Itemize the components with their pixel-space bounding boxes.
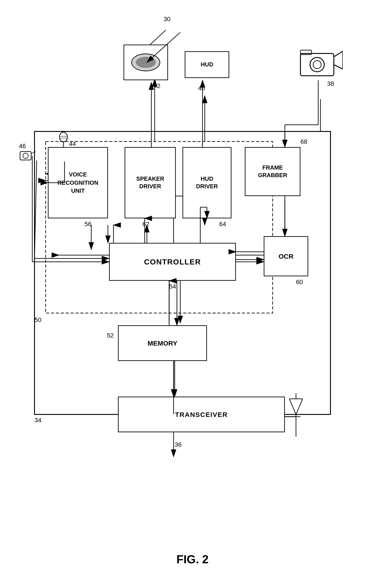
ref-34: 34 — [35, 417, 41, 424]
frame-grabber-box: FRAME GRABBER — [245, 147, 300, 196]
svg-line-45 — [296, 399, 303, 414]
svg-point-28 — [310, 58, 324, 72]
camera-icon — [298, 44, 343, 80]
ref-50: 50 — [35, 316, 41, 323]
svg-rect-27 — [300, 53, 334, 76]
arrows-overlay — [0, 0, 385, 588]
sensor-icon — [19, 149, 37, 163]
ref-54: 54 — [169, 283, 176, 290]
fig-label: FIG. 2 — [145, 553, 240, 566]
svg-line-39 — [35, 160, 37, 258]
svg-point-32 — [59, 132, 67, 142]
antenna-icon — [285, 392, 307, 437]
svg-point-37 — [23, 153, 28, 158]
controller-box: CONTROLLER — [109, 243, 236, 281]
hud-driver-box: HUD DRIVER — [182, 147, 231, 218]
ref-30: 30 — [164, 16, 171, 23]
ref-38: 38 — [327, 80, 334, 87]
sensor-line — [0, 0, 385, 588]
speaker-driver-box: SPEAKER DRIVER — [125, 147, 176, 218]
ref-68: 68 — [300, 138, 307, 145]
ref-62: 62 — [142, 221, 149, 228]
ocr-box: OCR — [264, 236, 308, 276]
ref-60: 60 — [296, 278, 303, 286]
svg-point-29 — [313, 61, 321, 69]
ref-42: 42 — [154, 83, 160, 90]
voice-recognition-box: VOICE RECOGNITION UNIT — [48, 147, 108, 218]
svg-rect-36 — [20, 151, 31, 160]
main-arrows — [0, 0, 385, 588]
hud-device: HUD — [185, 51, 229, 78]
memory-box: MEMORY — [118, 325, 207, 361]
svg-marker-31 — [334, 51, 343, 69]
ref-44: 44 — [69, 140, 76, 147]
speaker-device — [123, 44, 168, 80]
ref-36: 36 — [175, 441, 182, 448]
svg-line-38 — [31, 151, 36, 154]
diagram: 30 42 HUD 40 38 — [0, 0, 385, 588]
ref-46: 46 — [19, 143, 26, 150]
ref-56: 56 — [85, 221, 92, 228]
ref-52: 52 — [107, 332, 114, 339]
ref-64: 64 — [219, 221, 226, 228]
transceiver-box: TRANSCEIVER — [118, 397, 285, 432]
svg-line-44 — [289, 399, 296, 414]
ref-40: 40 — [198, 85, 205, 92]
